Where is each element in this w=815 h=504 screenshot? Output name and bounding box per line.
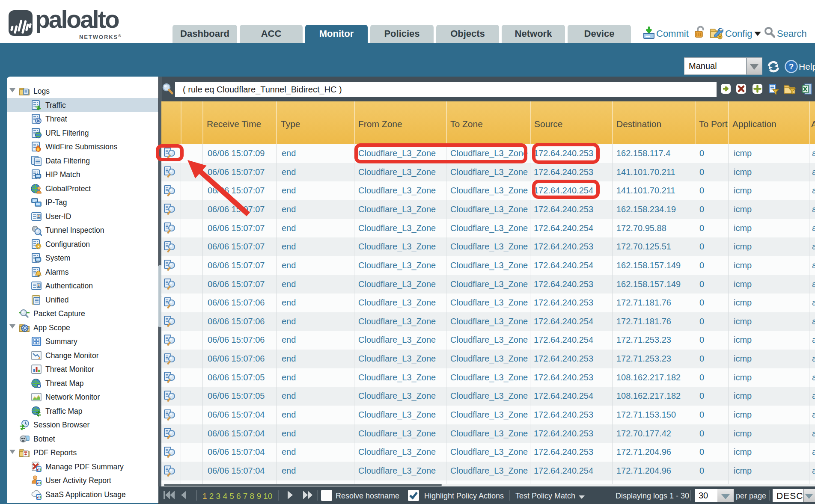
svg-text:?: ?	[789, 62, 794, 71]
